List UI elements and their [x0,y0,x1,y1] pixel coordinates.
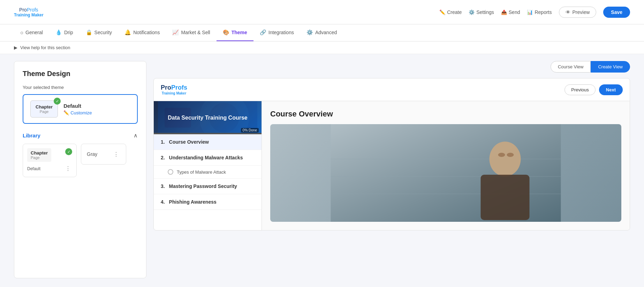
nav-item-1[interactable]: 1. Course Overview [154,134,262,150]
settings-label: Settings [476,9,494,15]
tab-integrations[interactable]: 🔗 Integrations [253,24,300,41]
palette-icon: 🎨 [223,29,229,36]
next-button[interactable]: Next [599,84,623,95]
preview-container: ProProfs Training Maker Previous Next [153,78,630,231]
nav-tabs: ○ General 💧 Drip 🔒 Security 🔔 Notificati… [0,24,644,41]
send-action[interactable]: 📤 Send [501,9,520,15]
logo-sub: Training Maker [14,13,44,17]
customize-link[interactable]: ✏️ Customize [63,110,92,115]
right-panel: Course View Create View ProProfs Trainin… [153,61,630,278]
advanced-icon: ⚙️ [306,29,313,36]
preview-logo-profs: Profs [171,84,187,91]
gear-icon: ⚙️ [469,9,475,15]
reports-action[interactable]: 📊 Reports [527,9,552,15]
settings-action[interactable]: ⚙️ Settings [469,9,494,15]
svg-point-10 [507,153,514,157]
gray-more-options[interactable]: ⋮ [112,150,120,158]
bell-icon: 🔔 [124,29,131,36]
svg-point-7 [490,142,521,176]
svg-point-9 [498,153,505,157]
tab-drip[interactable]: 💧 Drip [49,24,79,41]
create-action[interactable]: ✏️ Create [439,9,462,15]
radio-icon [168,169,173,175]
chart-icon: 📈 [172,29,179,36]
sub-item-malware[interactable]: Types of Malware Attack [154,166,262,179]
view-toggle: Course View Create View [153,61,630,73]
course-banner: Data Security Training Course 0% Done [154,101,262,134]
library-item-default: Chapter Page ✓ Default ⋮ [23,144,77,177]
content-area: Theme Design Your selected theme Chapter… [0,54,644,285]
preview-logo-pro: Pro [161,84,171,91]
more-options-button[interactable]: ⋮ [64,165,72,173]
selected-theme-label: Your selected theme [23,85,138,90]
course-view-button[interactable]: Course View [551,61,591,73]
play-icon: ▶ [14,45,17,50]
library-item-header: Chapter Page ✓ [27,148,72,162]
tab-general[interactable]: ○ General [14,24,49,41]
library-header: Library ∧ [23,132,138,139]
send-icon: 📤 [501,9,507,15]
nav-item-3[interactable]: 3. Mastering Password Security [154,179,262,194]
tab-security[interactable]: 🔒 Security [79,24,119,41]
library-check-badge: ✓ [65,148,72,155]
tab-market-sell[interactable]: 📈 Market & Sell [166,24,216,41]
overview-title: Course Overview [270,109,621,119]
general-icon: ○ [20,30,23,36]
logo: ProProfs Training Maker [14,7,44,17]
header-actions: ✏️ Create ⚙️ Settings 📤 Send 📊 Reports 👁… [439,7,630,18]
eye-icon: 👁 [566,9,570,15]
preview-header: ProProfs Training Maker Previous Next [154,78,630,101]
create-label: Create [447,9,462,15]
logo-pro: Pro [19,7,27,13]
preview-button[interactable]: 👁 Preview [559,7,597,18]
course-banner-title: Data Security Training Course [161,115,255,121]
save-button[interactable]: Save [603,7,630,18]
preview-nav: Previous Next [565,84,623,95]
svg-rect-8 [481,175,530,220]
reports-icon: 📊 [527,9,533,15]
help-bar[interactable]: ▶ View help for this section [0,41,644,54]
course-sidebar: Data Security Training Course 0% Done 1.… [154,101,262,230]
lock-icon: 🔒 [86,29,92,36]
check-badge: ✓ [54,98,61,105]
library-title: Library [23,133,40,138]
tab-notifications[interactable]: 🔔 Notifications [118,24,166,41]
nav-item-4[interactable]: 4. Phishing Awareness [154,194,262,210]
library-item-icon: Chapter Page [27,148,51,162]
preview-body: Data Security Training Course 0% Done 1.… [154,101,630,230]
library-item-footer: Default ⋮ [27,165,72,173]
course-content: Course Overview [262,101,630,230]
sub-item-label: Types of Malware Attack [177,169,226,175]
previous-button[interactable]: Previous [565,84,596,95]
panel-title: Theme Design [23,70,138,78]
collapse-button[interactable]: ∧ [134,132,138,139]
theme-card-info: Default ✏️ Customize [63,103,92,115]
library-items: Chapter Page ✓ Default ⋮ Gray ⋮ [23,144,138,177]
selected-theme-card: Chapter Page ✓ Default ✏️ Customize [23,94,138,124]
gray-theme-item: Gray ⋮ [81,144,126,165]
logo-profs: Profs [27,7,38,13]
course-nav-list: 1. Course Overview 2. Understanding Malw… [154,134,262,210]
header: ProProfs Training Maker ✏️ Create ⚙️ Set… [0,0,644,24]
send-label: Send [509,9,520,15]
left-panel: Theme Design Your selected theme Chapter… [14,61,146,278]
theme-card-icon: Chapter Page [30,100,58,118]
progress-bar: 0% Done [154,133,262,134]
preview-logo-sub: Training Maker [161,91,187,95]
tab-theme[interactable]: 🎨 Theme [217,24,253,41]
link-icon: 🔗 [260,29,266,36]
library-section: Library ∧ Chapter Page ✓ [23,132,138,177]
drip-icon: 💧 [55,29,62,36]
gray-label: Gray [87,151,97,157]
pencil-icon: ✏️ [63,110,69,115]
tab-advanced[interactable]: ⚙️ Advanced [300,24,343,41]
video-placeholder[interactable]: ▶ [270,124,621,222]
edit-icon: ✏️ [439,9,445,15]
create-view-button[interactable]: Create View [591,61,630,73]
progress-text: 0% Done [241,128,259,133]
reports-label: Reports [535,9,552,15]
help-text: View help for this section [20,45,70,50]
preview-logo: ProProfs Training Maker [161,84,187,95]
nav-item-2[interactable]: 2. Understanding Malware Attacks [154,150,262,166]
